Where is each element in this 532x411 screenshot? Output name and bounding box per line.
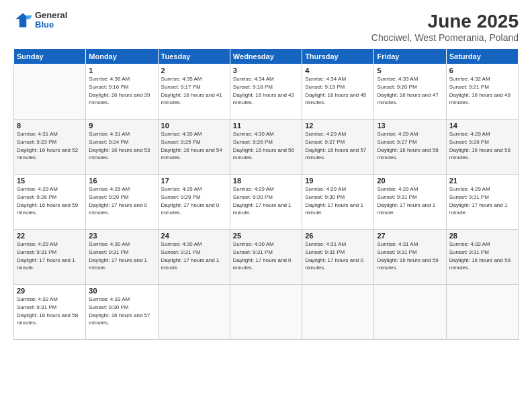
cell-text: Sunrise: 4:33 AMSunset: 9:30 PMDaylight:… [89,296,150,326]
table-row: 9 Sunrise: 4:31 AMSunset: 9:24 PMDayligh… [86,120,158,175]
logo: General Blue [13,11,67,30]
table-row: 4 Sunrise: 4:34 AMSunset: 9:19 PMDayligh… [302,64,374,120]
calendar-week-row: 15 Sunrise: 4:29 AMSunset: 9:28 PMDaylig… [14,175,519,230]
cell-text: Sunrise: 4:29 AMSunset: 9:29 PMDaylight:… [89,186,147,216]
cell-text: Sunrise: 4:30 AMSunset: 9:31 PMDaylight:… [89,241,147,271]
table-row: 26 Sunrise: 4:31 AMSunset: 9:31 PMDaylig… [302,230,374,285]
day-number: 27 [377,232,443,240]
logo-icon [13,11,32,30]
table-row: 20 Sunrise: 4:29 AMSunset: 9:31 PMDaylig… [374,175,446,230]
cell-text: Sunrise: 4:36 AMSunset: 9:16 PMDaylight:… [89,76,150,105]
table-row: 21 Sunrise: 4:29 AMSunset: 9:31 PMDaylig… [446,175,518,230]
day-number: 24 [161,232,227,240]
cell-text: Sunrise: 4:35 AMSunset: 9:17 PMDaylight:… [161,76,222,105]
cell-text: Sunrise: 4:32 AMSunset: 9:31 PMDaylight:… [17,296,78,326]
day-number: 26 [305,232,371,240]
cell-text: Sunrise: 4:29 AMSunset: 9:31 PMDaylight:… [17,241,75,271]
day-number: 30 [89,287,154,295]
calendar-subtitle: Chociwel, West Pomerania, Poland [371,32,519,43]
day-number: 25 [233,232,299,240]
table-row [446,285,518,340]
day-number: 8 [17,122,83,130]
day-number: 20 [377,177,443,185]
table-row: 17 Sunrise: 4:29 AMSunset: 9:29 PMDaylig… [158,175,230,230]
cell-text: Sunrise: 4:29 AMSunset: 9:27 PMDaylight:… [377,131,438,161]
table-row [158,285,230,340]
cell-text: Sunrise: 4:32 AMSunset: 9:21 PMDaylight:… [449,76,511,105]
day-number: 28 [449,232,515,240]
calendar-header-row: Sunday Monday Tuesday Wednesday Thursday… [14,49,519,64]
logo-blue: Blue [35,19,54,30]
table-row: 5 Sunrise: 4:33 AMSunset: 9:20 PMDayligh… [374,64,446,120]
col-wednesday: Wednesday [230,49,302,64]
cell-text: Sunrise: 4:29 AMSunset: 9:28 PMDaylight:… [449,131,511,161]
day-number: 18 [233,177,299,185]
cell-text: Sunrise: 4:29 AMSunset: 9:28 PMDaylight:… [17,186,78,216]
cell-text: Sunrise: 4:29 AMSunset: 9:27 PMDaylight:… [305,131,366,161]
table-row: 24 Sunrise: 4:30 AMSunset: 9:31 PMDaylig… [158,230,230,285]
cell-text: Sunrise: 4:34 AMSunset: 9:19 PMDaylight:… [305,76,366,105]
table-row: 2 Sunrise: 4:35 AMSunset: 9:17 PMDayligh… [158,64,230,120]
table-row: 18 Sunrise: 4:29 AMSunset: 9:30 PMDaylig… [230,175,302,230]
table-row: 6 Sunrise: 4:32 AMSunset: 9:21 PMDayligh… [446,64,518,120]
table-row: 11 Sunrise: 4:30 AMSunset: 9:26 PMDaylig… [230,120,302,175]
day-number: 29 [17,287,83,295]
title-block: June 2025 Chociwel, West Pomerania, Pola… [371,11,519,43]
table-row: 1 Sunrise: 4:36 AMSunset: 9:16 PMDayligh… [86,64,158,120]
table-row: 12 Sunrise: 4:29 AMSunset: 9:27 PMDaylig… [302,120,374,175]
col-thursday: Thursday [302,49,374,64]
table-row: 29 Sunrise: 4:32 AMSunset: 9:31 PMDaylig… [14,285,86,340]
calendar-title: June 2025 [371,11,519,32]
calendar-week-row: 22 Sunrise: 4:29 AMSunset: 9:31 PMDaylig… [14,230,519,285]
cell-text: Sunrise: 4:31 AMSunset: 9:31 PMDaylight:… [305,241,363,271]
logo-text: General Blue [35,11,67,30]
day-number: 12 [305,122,371,130]
calendar-week-row: 1 Sunrise: 4:36 AMSunset: 9:16 PMDayligh… [14,64,519,120]
cell-text: Sunrise: 4:33 AMSunset: 9:20 PMDaylight:… [377,76,438,105]
col-saturday: Saturday [446,49,518,64]
table-row: 14 Sunrise: 4:29 AMSunset: 9:28 PMDaylig… [446,120,518,175]
cell-text: Sunrise: 4:29 AMSunset: 9:31 PMDaylight:… [377,186,435,216]
col-monday: Monday [86,49,158,64]
cell-text: Sunrise: 4:29 AMSunset: 9:31 PMDaylight:… [449,186,508,216]
table-row: 8 Sunrise: 4:31 AMSunset: 9:23 PMDayligh… [14,120,86,175]
day-number: 5 [377,66,443,75]
cell-text: Sunrise: 4:30 AMSunset: 9:31 PMDaylight:… [233,241,292,271]
table-row: 16 Sunrise: 4:29 AMSunset: 9:29 PMDaylig… [86,175,158,230]
day-number: 15 [17,177,83,185]
day-number: 11 [233,122,299,130]
day-number: 19 [305,177,371,185]
table-row: 22 Sunrise: 4:29 AMSunset: 9:31 PMDaylig… [14,230,86,285]
cell-text: Sunrise: 4:32 AMSunset: 9:31 PMDaylight:… [449,241,511,271]
calendar-week-row: 8 Sunrise: 4:31 AMSunset: 9:23 PMDayligh… [14,120,519,175]
header: General Blue June 2025 Chociwel, West Po… [13,11,519,43]
cell-text: Sunrise: 4:29 AMSunset: 9:30 PMDaylight:… [233,186,292,216]
table-row: 10 Sunrise: 4:30 AMSunset: 9:25 PMDaylig… [158,120,230,175]
day-number: 16 [89,177,154,185]
calendar-table: Sunday Monday Tuesday Wednesday Thursday… [13,48,519,340]
table-row: 27 Sunrise: 4:31 AMSunset: 9:31 PMDaylig… [374,230,446,285]
table-row: 25 Sunrise: 4:30 AMSunset: 9:31 PMDaylig… [230,230,302,285]
table-row: 15 Sunrise: 4:29 AMSunset: 9:28 PMDaylig… [14,175,86,230]
cell-text: Sunrise: 4:29 AMSunset: 9:29 PMDaylight:… [161,186,220,216]
col-friday: Friday [374,49,446,64]
day-number: 4 [305,66,371,75]
cell-text: Sunrise: 4:34 AMSunset: 9:18 PMDaylight:… [233,76,294,105]
table-row: 28 Sunrise: 4:32 AMSunset: 9:31 PMDaylig… [446,230,518,285]
table-row [230,285,302,340]
col-sunday: Sunday [14,49,86,64]
day-number: 22 [17,232,83,240]
table-row: 23 Sunrise: 4:30 AMSunset: 9:31 PMDaylig… [86,230,158,285]
cell-text: Sunrise: 4:30 AMSunset: 9:26 PMDaylight:… [233,131,294,161]
day-number: 3 [233,66,299,75]
cell-text: Sunrise: 4:30 AMSunset: 9:31 PMDaylight:… [161,241,220,271]
day-number: 14 [449,122,515,130]
table-row: 3 Sunrise: 4:34 AMSunset: 9:18 PMDayligh… [230,64,302,120]
day-number: 1 [89,66,154,75]
day-number: 9 [89,122,154,130]
day-number: 2 [161,66,227,75]
col-tuesday: Tuesday [158,49,230,64]
day-number: 23 [89,232,154,240]
day-number: 21 [449,177,515,185]
day-number: 17 [161,177,227,185]
